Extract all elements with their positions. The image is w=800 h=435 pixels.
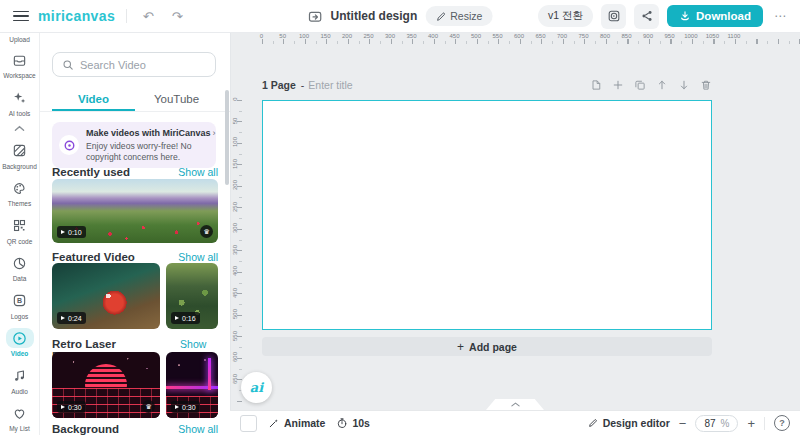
- v1-switch-button[interactable]: v1 전환: [538, 5, 593, 27]
- sidebar-item-video[interactable]: Video: [6, 328, 34, 357]
- section-title: Featured Video: [52, 251, 135, 263]
- video-thumbnail-flowers[interactable]: 0:10 ♛: [52, 179, 218, 243]
- h-ruler-label: 1100: [727, 33, 740, 39]
- animate-label: Animate: [284, 417, 325, 429]
- play-icon: [61, 405, 65, 409]
- search-placeholder: Search Video: [80, 59, 146, 71]
- more-menu-button[interactable]: ⋯: [771, 9, 790, 23]
- timer-icon: [336, 417, 348, 429]
- left-sidebar: Upload Workspace AI tools Background The…: [0, 32, 40, 435]
- redo-icon[interactable]: ↷: [167, 9, 187, 24]
- resize-button[interactable]: Resize: [425, 6, 492, 26]
- video-thumbnail-apple[interactable]: 0:24: [52, 263, 160, 329]
- show-all-link[interactable]: Show all: [178, 166, 218, 178]
- delete-page-icon[interactable]: [700, 79, 712, 91]
- video-thumbnail-greens[interactable]: 0:16: [166, 263, 218, 329]
- v-ruler-label: 250: [232, 201, 238, 213]
- promo-banner[interactable]: Make videos with MiriCanvas› Enjoy video…: [52, 122, 216, 168]
- move-page-up-icon[interactable]: [656, 79, 668, 91]
- qr-code-icon: [6, 216, 34, 236]
- h-ruler-label: 600: [514, 33, 524, 39]
- plus-icon: +: [457, 340, 464, 354]
- miricanvas-logo[interactable]: miricanvas: [38, 8, 115, 24]
- share-button[interactable]: [634, 4, 659, 29]
- add-page-button[interactable]: + Add page: [262, 337, 712, 356]
- sidebar-item-workspace[interactable]: Workspace: [3, 50, 35, 79]
- h-ruler-label: 650: [535, 33, 545, 39]
- sidebar-item-label: Themes: [8, 200, 31, 207]
- h-ruler-label: 950: [664, 33, 674, 39]
- tab-video[interactable]: Video: [52, 88, 135, 111]
- sidebar-item-label: Data: [13, 275, 27, 282]
- resize-label: Resize: [450, 10, 482, 22]
- panel-scrollbar[interactable]: [225, 90, 229, 185]
- sidebar-item-upload[interactable]: Upload: [9, 36, 30, 43]
- video-thumbnail-retro-beam[interactable]: 0:30: [166, 352, 218, 418]
- tab-youtube[interactable]: YouTube: [135, 88, 218, 111]
- download-button[interactable]: Download: [667, 5, 763, 27]
- sidebar-collapse-chevron-icon[interactable]: [14, 125, 25, 132]
- document-title[interactable]: Untitled design: [331, 9, 418, 23]
- h-ruler-label: 450: [449, 33, 459, 39]
- document-title-group: Untitled design Resize: [308, 6, 493, 26]
- sidebar-item-audio[interactable]: Audio: [6, 366, 34, 395]
- duration-badge: 0:30: [171, 401, 200, 413]
- palette-icon: [6, 178, 34, 198]
- zoom-out-button[interactable]: −: [679, 416, 687, 431]
- sparkles-icon: [6, 88, 34, 108]
- sidebar-item-data[interactable]: Data: [6, 253, 34, 282]
- pencil-icon: [435, 11, 446, 22]
- music-note-icon: [6, 366, 34, 386]
- download-icon: [679, 10, 691, 22]
- sidebar-item-label: Background: [2, 163, 37, 170]
- search-input[interactable]: Search Video: [52, 52, 216, 77]
- svg-text:B: B: [17, 297, 22, 304]
- show-all-link[interactable]: Show all: [178, 251, 218, 263]
- page-title-input[interactable]: Enter title: [308, 79, 352, 91]
- move-page-down-icon[interactable]: [678, 79, 690, 91]
- section-title: Recently used: [52, 166, 130, 178]
- design-page[interactable]: [262, 100, 712, 330]
- animate-button[interactable]: Animate: [268, 417, 325, 429]
- undo-icon[interactable]: ↶: [138, 9, 158, 24]
- h-ruler-label: 400: [428, 33, 438, 39]
- section-recently-used: Recently used Show all: [52, 166, 218, 178]
- sidebar-item-logos[interactable]: B Logos: [6, 291, 34, 320]
- sidebar-item-qr-code[interactable]: QR code: [6, 216, 34, 245]
- page-thumbnail[interactable]: [240, 415, 257, 432]
- v-ruler-label: 550: [232, 330, 238, 342]
- timeline-expand-tab[interactable]: [486, 399, 544, 410]
- zoom-in-button[interactable]: +: [747, 416, 755, 431]
- h-ruler-label: 150: [320, 33, 330, 39]
- h-ruler-label: 750: [578, 33, 588, 39]
- ai-assistant-button[interactable]: ai: [241, 372, 272, 403]
- sidebar-item-themes[interactable]: Themes: [6, 178, 34, 207]
- banner-text: Make videos with MiriCanvas› Enjoy video…: [86, 128, 216, 163]
- duration-badge: 0:30: [57, 401, 86, 413]
- folder-move-icon[interactable]: [308, 9, 323, 24]
- slideshow-button[interactable]: [601, 4, 626, 29]
- add-page-icon[interactable]: [612, 79, 624, 91]
- duplicate-page-icon[interactable]: [634, 79, 646, 91]
- v-ruler-label: 50: [232, 115, 238, 127]
- duration-badge: 0:16: [171, 312, 200, 324]
- v-ruler-label: 150: [232, 158, 238, 170]
- duration-badge: 0:10: [57, 226, 86, 238]
- chevron-right-icon: ›: [213, 128, 216, 138]
- help-button[interactable]: ?: [774, 415, 790, 431]
- video-play-icon: [6, 328, 34, 348]
- sidebar-item-background[interactable]: Background: [2, 141, 37, 170]
- duration-button[interactable]: 10s: [336, 417, 370, 429]
- menu-icon[interactable]: [13, 11, 29, 22]
- sidebar-item-ai-tools[interactable]: AI tools: [6, 88, 34, 117]
- h-ruler-label: 0: [260, 33, 263, 39]
- design-editor-button[interactable]: Design editor: [587, 417, 670, 429]
- v-ruler-label: 650: [232, 373, 238, 385]
- v-ruler-label: 0: [232, 93, 238, 105]
- show-all-link[interactable]: Show all: [178, 423, 218, 435]
- video-thumbnail-retro-sun[interactable]: 0:30 ♛: [52, 352, 160, 418]
- zoom-level-control[interactable]: 87 %: [695, 415, 738, 432]
- new-page-icon[interactable]: [590, 79, 602, 91]
- sidebar-item-my-list[interactable]: My List: [6, 403, 34, 432]
- divider: [764, 417, 765, 430]
